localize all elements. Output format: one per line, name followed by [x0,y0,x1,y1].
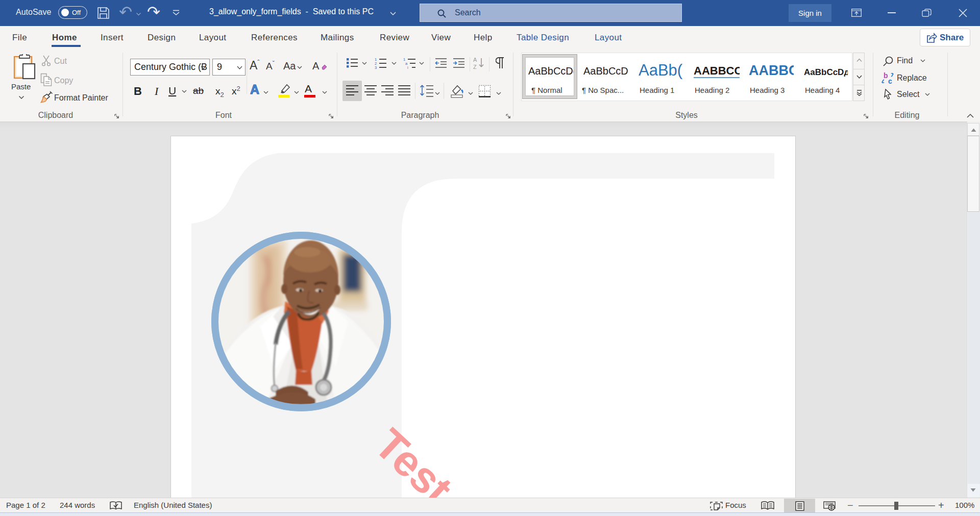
svg-text:3: 3 [375,65,377,69]
svg-text:i: i [407,65,408,69]
svg-text:A: A [473,57,477,63]
svg-text:Z: Z [473,64,477,69]
svg-text:b: b [884,72,888,80]
svg-text:c: c [888,77,892,84]
